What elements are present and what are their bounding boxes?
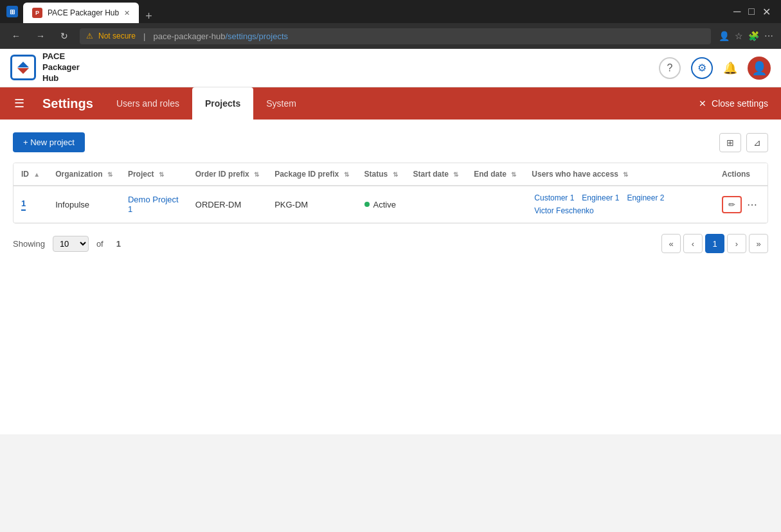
cell-end-date: [466, 186, 524, 223]
new-tab-button[interactable]: +: [140, 10, 157, 23]
maximize-button[interactable]: □: [744, 4, 759, 19]
active-browser-tab[interactable]: P PACE Packager Hub ✕: [23, 3, 139, 23]
tab-title: PACE Packager Hub: [48, 8, 119, 17]
order-sort-icon[interactable]: ⇅: [254, 171, 259, 178]
start-sort-icon[interactable]: ⇅: [453, 171, 458, 178]
back-button[interactable]: ←: [8, 30, 24, 42]
pkg-sort-icon[interactable]: ⇅: [344, 171, 349, 178]
url-base: pace-packager-hub: [153, 31, 225, 41]
pagination-bar: Showing 10 25 50 100 of 1 « ‹ 1 › »: [13, 234, 768, 253]
of-label: of: [96, 239, 103, 249]
prev-page-button[interactable]: ‹: [683, 234, 703, 253]
not-secure-label: Not secure: [98, 31, 136, 40]
cell-status: Active: [357, 186, 406, 223]
separator: |: [143, 31, 145, 41]
col-header-start-date[interactable]: Start date ⇅: [406, 163, 467, 186]
settings-gear-button[interactable]: ⚙: [691, 57, 713, 79]
security-warning: ⚠: [86, 31, 93, 40]
tab-bar: P PACE Packager Hub ✕ +: [23, 0, 724, 23]
pencil-icon: ✏: [728, 200, 735, 209]
close-button[interactable]: ✕: [759, 4, 775, 19]
app-name: PACEPackagerHub: [42, 51, 80, 84]
total-count: 1: [116, 239, 121, 249]
refresh-button[interactable]: ↻: [57, 30, 72, 42]
cell-organization: Infopulse: [48, 186, 120, 223]
tab-projects[interactable]: Projects: [192, 87, 253, 120]
tab-close-btn[interactable]: ✕: [124, 9, 130, 17]
hamburger-icon[interactable]: ☰: [6, 96, 32, 111]
settings-nav: ☰ Settings Users and roles Projects Syst…: [0, 87, 781, 120]
main-content: + New project ⊞ ⊿ ID ▲: [0, 120, 781, 266]
cell-users: Customer 1 Engineer 1 Engineer 2 Victor …: [524, 186, 714, 223]
user-tag-customer1[interactable]: Customer 1: [532, 193, 577, 203]
filter-icon: ⊿: [753, 137, 761, 148]
user-tag-engineer1[interactable]: Engineer 1: [579, 193, 622, 203]
cell-project[interactable]: Demo Project 1: [120, 186, 188, 223]
user-tag-victor[interactable]: Victor Feschenko: [532, 206, 597, 216]
table-body: 1 Infopulse Demo Project 1 ORDER-DM PKG-: [13, 186, 768, 223]
cell-start-date: [406, 186, 467, 223]
col-header-project[interactable]: Project ⇅: [120, 163, 188, 186]
settings-title: Settings: [32, 96, 103, 111]
close-settings-label: Close settings: [712, 98, 768, 109]
toolbar-right: ⊞ ⊿: [719, 133, 768, 152]
profile-icon[interactable]: 👤: [719, 31, 730, 41]
org-sort-icon[interactable]: ⇅: [107, 171, 112, 178]
extensions-icon[interactable]: 🧩: [748, 31, 759, 41]
new-project-label: + New project: [23, 137, 75, 147]
col-header-package-id-prefix[interactable]: Package ID prefix ⇅: [267, 163, 356, 186]
columns-toggle-button[interactable]: ⊞: [719, 133, 741, 152]
col-header-status[interactable]: Status ⇅: [357, 163, 406, 186]
id-sort-icon[interactable]: ▲: [33, 171, 40, 178]
columns-icon: ⊞: [726, 137, 734, 148]
cell-id: 1: [13, 186, 48, 223]
app-container: PACEPackagerHub ? ⚙ 🔔 👤 ☰ Settings Users…: [0, 49, 781, 434]
col-header-order-id-prefix[interactable]: Order ID prefix ⇅: [188, 163, 267, 186]
actions-cell: ✏ ⋯: [722, 196, 760, 213]
next-page-button[interactable]: ›: [727, 234, 746, 253]
more-icon: ⋯: [747, 199, 757, 210]
projects-table-container: ID ▲ Organization ⇅ Project ⇅ Order ID: [13, 163, 768, 224]
projects-table: ID ▲ Organization ⇅ Project ⇅ Order ID: [13, 163, 768, 223]
col-header-actions: Actions: [714, 163, 768, 186]
table-header: ID ▲ Organization ⇅ Project ⇅ Order ID: [13, 163, 768, 186]
notifications-button[interactable]: 🔔: [723, 61, 737, 75]
new-project-button[interactable]: + New project: [13, 132, 85, 152]
edit-project-button[interactable]: ✏: [722, 196, 742, 213]
user-tag-engineer2[interactable]: Engineer 2: [624, 193, 667, 203]
address-bar-actions: 👤 ☆ 🧩 ⋯: [719, 31, 773, 41]
user-avatar[interactable]: 👤: [748, 57, 771, 80]
user-tags: Customer 1 Engineer 1 Engineer 2 Victor …: [532, 193, 706, 216]
showing-label: Showing: [13, 239, 45, 249]
tab-system[interactable]: System: [253, 87, 309, 120]
help-button[interactable]: ?: [659, 57, 681, 79]
close-settings-button[interactable]: ✕ Close settings: [686, 98, 781, 109]
filter-button[interactable]: ⊿: [746, 133, 768, 152]
url-path: /settings/projects: [225, 31, 288, 41]
address-input[interactable]: ⚠ Not secure | pace-packager-hub/setting…: [80, 28, 711, 44]
col-header-end-date[interactable]: End date ⇅: [466, 163, 524, 186]
users-sort-icon[interactable]: ⇅: [623, 171, 628, 178]
first-page-button[interactable]: «: [661, 234, 681, 253]
end-sort-icon[interactable]: ⇅: [511, 171, 516, 178]
cell-order-id-prefix: ORDER-DM: [188, 186, 267, 223]
col-header-users[interactable]: Users who have access ⇅: [524, 163, 714, 186]
url-display: pace-packager-hub/settings/projects: [153, 31, 288, 41]
favorites-icon[interactable]: ☆: [735, 31, 743, 41]
col-header-organization[interactable]: Organization ⇅: [48, 163, 120, 186]
tab-users-and-roles[interactable]: Users and roles: [103, 87, 192, 120]
forward-button[interactable]: →: [32, 30, 49, 42]
proj-sort-icon[interactable]: ⇅: [159, 171, 164, 178]
app-name-text: PACEPackagerHub: [42, 51, 80, 83]
minimize-button[interactable]: ─: [730, 4, 744, 19]
browser-chrome: ⊞ P PACE Packager Hub ✕ + ─ □ ✕ ← → ↻ ⚠ …: [0, 0, 781, 49]
page-1-button[interactable]: 1: [705, 234, 724, 253]
more-actions-button[interactable]: ⋯: [744, 196, 760, 213]
col-header-id[interactable]: ID ▲: [13, 163, 48, 186]
status-sort-icon[interactable]: ⇅: [393, 171, 398, 178]
table-row: 1 Infopulse Demo Project 1 ORDER-DM PKG-: [13, 186, 768, 223]
app-header-actions: ? ⚙ 🔔 👤: [659, 57, 771, 80]
settings-dots-icon[interactable]: ⋯: [764, 31, 773, 41]
last-page-button[interactable]: »: [749, 234, 768, 253]
per-page-select[interactable]: 10 25 50 100: [53, 236, 89, 252]
